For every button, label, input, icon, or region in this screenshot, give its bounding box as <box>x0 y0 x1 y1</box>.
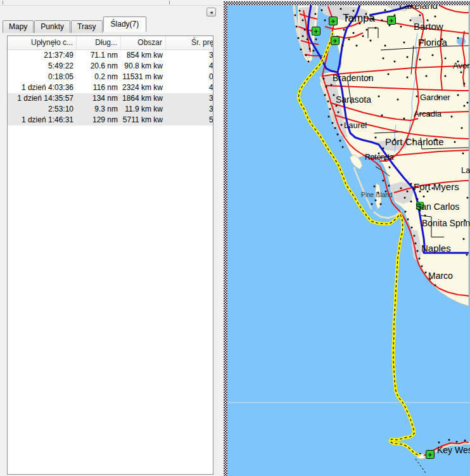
tab-lady[interactable]: Ślady(7) <box>103 16 147 32</box>
city-label-arcadia: Arcadia <box>414 109 442 119</box>
track-cell: 3 <box>166 104 213 115</box>
poi-dot <box>464 105 466 107</box>
poi-dot <box>366 29 368 31</box>
track-cell: 116 nm <box>77 82 121 93</box>
poi-dot <box>332 122 334 124</box>
poi-dot <box>426 75 428 77</box>
track-cell: 90.8 km kw <box>121 61 166 72</box>
poi-dot <box>407 191 409 193</box>
track-cell: 5 <box>166 115 213 125</box>
tracks-list[interactable]: Upłynęło c...Dług...ObszarŚr. prędkość 2… <box>7 35 213 475</box>
poi-dot <box>464 83 466 85</box>
column-header[interactable]: Śr. prędkość <box>166 36 213 49</box>
poi-dot <box>341 124 343 126</box>
poi-dot <box>315 13 317 15</box>
poi-dot <box>467 102 469 104</box>
poi-dot <box>423 196 425 198</box>
poi-dot <box>438 442 440 444</box>
poi-dot <box>378 96 380 98</box>
poi-dot <box>416 96 418 98</box>
poi-dot <box>394 15 396 16</box>
city-label-san-carlos: San Carlos <box>416 202 459 212</box>
tracks-table-body: 21:37:4971.1 nm854 km kw35:49:2220.6 nm9… <box>8 50 213 125</box>
tracks-panel: ◄ MapyPunktyTrasyŚlady(7) Upłynęło c...D… <box>0 5 222 476</box>
poi-dot <box>340 140 341 142</box>
poi-dot <box>417 198 419 200</box>
track-row[interactable]: 1 dzień 4:03:36116 nm2324 km kw4 <box>8 82 213 93</box>
track-cell: 854 km kw <box>121 50 166 61</box>
poi-dot <box>394 61 396 63</box>
column-header[interactable]: Dług... <box>77 36 121 49</box>
poi-dot <box>342 146 344 148</box>
tab-punkty[interactable]: Punkty <box>34 20 70 33</box>
track-cell: 11.9 km kw <box>121 104 166 115</box>
poi-dot <box>374 186 376 188</box>
tab-trasy[interactable]: Trasy <box>71 20 103 33</box>
tracks-table-header: Upłynęło c...Dług...ObszarŚr. prędkość <box>8 36 213 50</box>
poi-dot <box>343 29 345 31</box>
poi-dot <box>329 108 331 110</box>
city-label-fort-myers: Fort Myers <box>414 181 459 192</box>
map-canvas[interactable]: ✈✈✈✈✈STampaLakelandBartowFloridaAvonBrad… <box>224 1 470 476</box>
poi-dot <box>333 94 335 96</box>
poi-dot <box>397 99 399 101</box>
poi-dot <box>315 39 317 41</box>
airplane-glyph: ✈ <box>389 18 394 24</box>
poi-dot <box>407 77 409 79</box>
poi-dot <box>400 188 402 190</box>
poi-dot <box>338 112 340 113</box>
poi-dot <box>400 26 402 28</box>
poi-dot <box>375 200 377 202</box>
poi-dot <box>308 61 310 63</box>
airplane-glyph: ✈ <box>428 452 433 458</box>
poi-dot <box>410 201 412 203</box>
city-label-pine-island: Pine Island <box>361 191 392 198</box>
poi-dot <box>323 78 325 80</box>
poi-dot <box>342 45 344 47</box>
poi-dot <box>340 8 342 10</box>
poi-dot <box>410 20 412 22</box>
track-row[interactable]: 5:49:2220.6 nm90.8 km kw4 <box>8 61 213 72</box>
poi-dot <box>302 35 304 37</box>
map-frame-left <box>224 1 227 476</box>
poi-dot <box>305 55 307 56</box>
track-row[interactable]: 2:53:109.3 nm11.9 km kw3 <box>8 104 213 115</box>
poi-dot <box>405 211 407 213</box>
poi-dot <box>410 183 412 185</box>
poi-dot <box>321 10 323 11</box>
poi-dot <box>337 134 339 136</box>
poi-dot <box>307 39 308 41</box>
city-label-florida: Florida <box>418 37 448 48</box>
panel-collapse-button[interactable]: ◄ <box>206 8 216 16</box>
poi-dot <box>331 84 333 86</box>
poi-dot <box>424 215 426 217</box>
poi-dot <box>435 16 436 18</box>
track-row[interactable]: 1 dzień 14:35:57134 nm1864 km kw3 <box>8 93 213 104</box>
poi-dot <box>300 49 302 51</box>
tab-mapy[interactable]: Mapy <box>3 20 34 33</box>
poi-dot <box>381 20 383 22</box>
poi-dot <box>451 116 453 118</box>
track-cell: 1 dzień 14:35:57 <box>8 93 77 104</box>
poi-dot <box>466 254 468 256</box>
poi-dot <box>463 238 465 240</box>
poi-dot <box>460 72 462 74</box>
track-cell: 1 dzień 4:03:36 <box>8 82 77 93</box>
poi-dot <box>384 45 386 47</box>
city-label-laurel: Laurel <box>344 120 367 130</box>
track-cell: 5:49:22 <box>8 61 77 72</box>
city-label-tampa: Tampa <box>343 12 376 24</box>
track-row[interactable]: 0:18:050.2 nm11531 m kw0. <box>8 72 213 82</box>
poi-dot <box>407 219 409 221</box>
column-header[interactable]: Upłynęło c... <box>8 36 77 49</box>
poi-dot <box>371 203 373 205</box>
track-row[interactable]: 21:37:4971.1 nm854 km kw3 <box>8 50 213 61</box>
poi-dot <box>414 235 416 237</box>
track-cell: 5711 km kw <box>121 115 166 125</box>
column-header[interactable]: Obszar <box>121 36 166 49</box>
poi-dot <box>302 20 304 22</box>
map-view[interactable]: ✈✈✈✈✈STampaLakelandBartowFloridaAvonBrad… <box>224 1 470 476</box>
track-row[interactable]: 1 dzień 1:46:31129 nm5711 km kw5 <box>8 115 213 125</box>
poi-dot <box>381 115 383 117</box>
poi-dot <box>324 20 326 22</box>
